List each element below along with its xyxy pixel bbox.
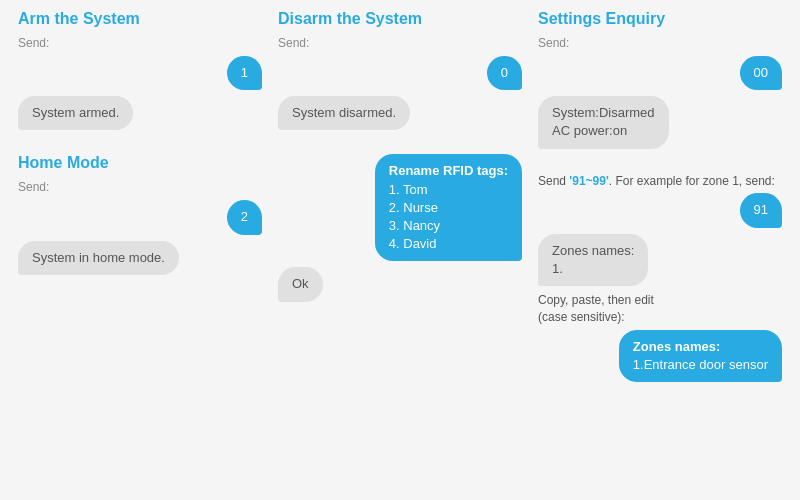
arm-system-title: Arm the System bbox=[18, 10, 262, 28]
column-middle: Disarm the System Send: 0 System disarme… bbox=[270, 10, 530, 490]
home-send-label: Send: bbox=[18, 180, 262, 194]
disarm-blue-bubble: 0 bbox=[487, 56, 522, 90]
settings-blue-bubble: 00 bbox=[740, 56, 782, 90]
column-right: Settings Enquiry Send: 00 System:Disarme… bbox=[530, 10, 790, 490]
settings-enquiry-section: Settings Enquiry Send: 00 System:Disarme… bbox=[538, 10, 782, 155]
home-gray-bubble-row: System in home mode. bbox=[18, 241, 262, 275]
zone-section: Send '91~99'. For example for zone 1, se… bbox=[538, 169, 782, 388]
zone-gray-bubble: Zones names:1. bbox=[538, 234, 648, 286]
rfid-ok-bubble-row: Ok bbox=[278, 267, 522, 301]
rfid-section: Rename RFID tags:1. Tom2. Nurse3. Nancy4… bbox=[278, 154, 522, 307]
arm-blue-bubble: 1 bbox=[227, 56, 262, 90]
settings-blue-bubble-row: 00 bbox=[538, 56, 782, 90]
zone-blue-bubble: 91 bbox=[740, 193, 782, 227]
home-blue-bubble: 2 bbox=[227, 200, 262, 234]
zone-blue-bubble2-row: Zones names:1.Entrance door sensor bbox=[538, 330, 782, 382]
disarm-system-section: Disarm the System Send: 0 System disarme… bbox=[278, 10, 522, 136]
settings-title: Settings Enquiry bbox=[538, 10, 782, 28]
rfid-blue-bubble-row: Rename RFID tags:1. Tom2. Nurse3. Nancy4… bbox=[278, 154, 522, 261]
zone-blue-bubble-row: 91 bbox=[538, 193, 782, 227]
zone-range-highlight: '91~99' bbox=[569, 174, 608, 188]
settings-gray-bubble-row: System:DisarmedAC power:on bbox=[538, 96, 782, 148]
arm-gray-bubble-row: System armed. bbox=[18, 96, 262, 130]
home-blue-bubble-row: 2 bbox=[18, 200, 262, 234]
zone-blue-bubble2: Zones names:1.Entrance door sensor bbox=[619, 330, 782, 382]
disarm-system-title: Disarm the System bbox=[278, 10, 522, 28]
zone-inline-text-post: Copy, paste, then edit(case sensitive): bbox=[538, 292, 782, 326]
rfid-ok-bubble: Ok bbox=[278, 267, 323, 301]
zone-gray-bubble-row: Zones names:1. bbox=[538, 234, 782, 286]
disarm-gray-bubble-row: System disarmed. bbox=[278, 96, 522, 130]
home-gray-bubble: System in home mode. bbox=[18, 241, 179, 275]
arm-send-label: Send: bbox=[18, 36, 262, 50]
arm-gray-bubble: System armed. bbox=[18, 96, 133, 130]
arm-blue-bubble-row: 1 bbox=[18, 56, 262, 90]
disarm-send-label: Send: bbox=[278, 36, 522, 50]
settings-send-label: Send: bbox=[538, 36, 782, 50]
column-left: Arm the System Send: 1 System armed. Hom… bbox=[10, 10, 270, 490]
rfid-blue-bubble: Rename RFID tags:1. Tom2. Nurse3. Nancy4… bbox=[375, 154, 522, 261]
zone-inline-text-pre: Send '91~99'. For example for zone 1, se… bbox=[538, 173, 782, 190]
settings-gray-bubble: System:DisarmedAC power:on bbox=[538, 96, 669, 148]
home-mode-title: Home Mode bbox=[18, 154, 262, 172]
disarm-gray-bubble: System disarmed. bbox=[278, 96, 410, 130]
arm-system-section: Arm the System Send: 1 System armed. bbox=[18, 10, 262, 136]
home-mode-section: Home Mode Send: 2 System in home mode. bbox=[18, 154, 262, 280]
disarm-blue-bubble-row: 0 bbox=[278, 56, 522, 90]
